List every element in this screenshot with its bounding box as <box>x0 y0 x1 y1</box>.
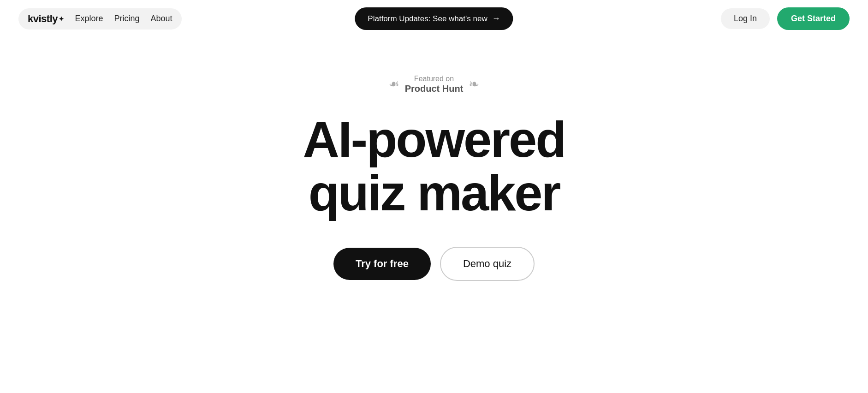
navbar: kvistly✦ Explore Pricing About Platform … <box>0 0 868 37</box>
arrow-icon: → <box>492 14 500 24</box>
demo-quiz-button[interactable]: Demo quiz <box>440 247 535 281</box>
platform-update-button[interactable]: Platform Updates: See what's new → <box>355 7 513 30</box>
product-hunt-badge: ❧ Featured on Product Hunt ❧ <box>389 74 480 94</box>
main-content: ❧ Featured on Product Hunt ❧ AI-powered … <box>0 37 868 281</box>
nav-right-group: Log In Get Started <box>721 7 850 30</box>
login-button[interactable]: Log In <box>721 8 770 29</box>
nav-center-group: Platform Updates: See what's new → <box>355 7 513 30</box>
logo[interactable]: kvistly✦ <box>28 13 64 25</box>
laurel-left-icon: ❧ <box>389 77 399 92</box>
logo-text: kvistly <box>28 13 58 25</box>
logo-star-icon: ✦ <box>59 15 64 23</box>
featured-label: Featured on <box>414 74 454 83</box>
nav-explore-link[interactable]: Explore <box>75 14 103 24</box>
get-started-button[interactable]: Get Started <box>777 7 850 30</box>
product-hunt-text: Featured on Product Hunt <box>405 74 464 94</box>
hero-headline-line2: quiz maker <box>309 164 560 221</box>
laurel-right-icon: ❧ <box>469 77 479 92</box>
nav-pricing-link[interactable]: Pricing <box>114 14 140 24</box>
product-hunt-name: Product Hunt <box>405 83 464 94</box>
hero-headline-line1: AI-powered <box>303 111 565 167</box>
nav-about-link[interactable]: About <box>151 14 172 24</box>
nav-left-group: kvistly✦ Explore Pricing About <box>18 8 182 30</box>
cta-buttons: Try for free Demo quiz <box>333 247 535 281</box>
platform-update-label: Platform Updates: See what's new <box>368 14 487 24</box>
hero-headline: AI-powered quiz maker <box>303 113 565 219</box>
try-free-button[interactable]: Try for free <box>333 248 431 280</box>
